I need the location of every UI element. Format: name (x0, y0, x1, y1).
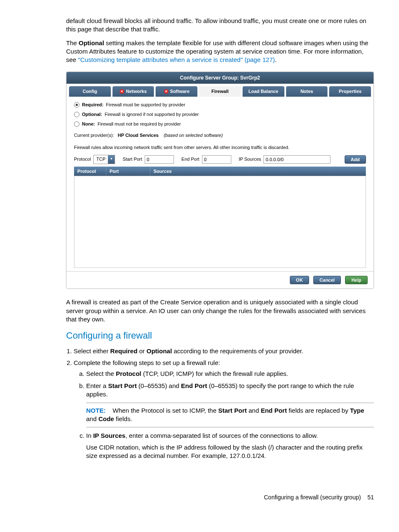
tab-label: Load Balance (248, 88, 279, 95)
rules-explanation: Firewall rules allow incoming network tr… (74, 144, 366, 151)
end-port-input[interactable] (202, 155, 231, 164)
protocol-select-value: TCP (94, 156, 108, 162)
cancel-button[interactable]: Cancel (313, 276, 341, 284)
text: fields are replaced by (287, 407, 350, 414)
text-bold: Start Port (218, 407, 247, 414)
tab-label: Notes (300, 88, 313, 95)
grid-header-protocol[interactable]: Protocol (74, 167, 106, 176)
radio-desc: Firewall must not be required by provide… (97, 121, 181, 127)
tab-software[interactable]: ✕Software (156, 86, 197, 97)
note-label: NOTE: (86, 407, 106, 414)
text: Complete the following steps to set up a… (74, 359, 220, 366)
rules-grid-body (74, 176, 366, 268)
substep-a: Select the Protocol (TCP, UDP, ICMP) for… (86, 370, 374, 378)
add-button[interactable]: Add (345, 155, 366, 164)
text-bold: IP Sources (93, 432, 125, 439)
start-port-input[interactable] (145, 155, 174, 164)
chevron-down-icon: ▼ (108, 155, 115, 164)
grid-header-port[interactable]: Port (106, 167, 150, 176)
provider-line: Current provider(s): HP Cloud Services (… (74, 132, 366, 139)
footer-page-number: 51 (367, 494, 374, 501)
text: Select either (74, 347, 110, 355)
substep-c-paragraph: Use CIDR notation, which is the IP addre… (86, 443, 374, 460)
crossref-link[interactable]: "Customizing template attributes when a … (78, 56, 275, 63)
radio-desc: Firewall is ignored if not supported by … (105, 111, 199, 118)
substep-c: In IP Sources, enter a comma-separated l… (86, 432, 374, 460)
radio-row-required: Required: Firewall must be supported by … (74, 102, 366, 108)
text: The (66, 39, 79, 46)
text-bold: Type (350, 407, 364, 414)
radio-required[interactable] (74, 102, 79, 108)
provider-label: Current provider(s): (74, 133, 114, 138)
end-port-label: End Port (182, 156, 200, 162)
protocol-select[interactable]: TCP ▼ (93, 155, 115, 164)
protocol-label: Protocol (74, 156, 91, 162)
substeps-list: Select the Protocol (TCP, UDP, ICMP) for… (74, 370, 374, 460)
page-footer: Configuring a firewall (security group) … (66, 493, 374, 501)
grid-header-sources[interactable]: Sources (150, 167, 366, 176)
tab-networks[interactable]: ✕Networks (113, 86, 154, 97)
text-bold: Code (98, 415, 114, 422)
footer-text: Configuring a firewall (security group) (264, 494, 361, 501)
text: When the Protocol is set to ICMP, the (113, 407, 218, 414)
intro-paragraph-2: The Optional setting makes the template … (66, 39, 374, 64)
text: Select the (86, 370, 116, 377)
tab-firewall[interactable]: Firewall (199, 86, 241, 97)
text-bold: End Port (261, 407, 287, 414)
radio-none[interactable] (74, 121, 79, 127)
ip-sources-label: IP Sources (239, 156, 261, 162)
provider-hint: (based on selected software) (164, 133, 223, 138)
provider-value: HP Cloud Services (118, 133, 159, 138)
text: (TCP, UDP, ICMP) for which the firewall … (141, 370, 288, 377)
text-bold: Optional (79, 39, 104, 46)
tab-load-balance[interactable]: Load Balance (243, 86, 284, 97)
step-1: Select either Required or Optional accor… (74, 347, 374, 355)
radio-label: Optional: (82, 111, 102, 118)
text: Enter a (86, 382, 108, 389)
radio-row-optional: Optional: Firewall is ignored if not sup… (74, 111, 366, 118)
text: or (138, 347, 147, 355)
radio-label: None: (82, 121, 95, 127)
dialog-footer: OK Cancel Help (66, 271, 373, 288)
text: In (86, 432, 93, 439)
text-bold: Required (110, 347, 138, 355)
text-bold: Optional (146, 347, 172, 355)
tab-notes[interactable]: Notes (286, 86, 328, 97)
text: and (247, 407, 261, 414)
intro-paragraph-1: default cloud firewall blocks all inboun… (66, 17, 374, 34)
ok-button[interactable]: OK (290, 276, 309, 284)
text-bold: End Port (181, 382, 207, 389)
tab-config[interactable]: Config (69, 86, 111, 97)
tab-label: Properties (339, 88, 361, 95)
radio-label: Required: (82, 102, 103, 108)
after-dialog-paragraph: A firewall is created as part of the Cre… (66, 298, 374, 324)
radio-desc: Firewall must be supported by provider (106, 102, 185, 108)
help-button[interactable]: Help (345, 276, 368, 284)
rule-form-row: Protocol TCP ▼ Start Port End Port IP So… (74, 155, 366, 164)
error-icon: ✕ (164, 89, 169, 94)
text: fields. (114, 415, 132, 422)
substep-b: Enter a Start Port (0–65535) and End Por… (86, 382, 374, 427)
step-2: Complete the following steps to set up a… (74, 359, 374, 460)
ip-sources-input[interactable] (263, 155, 330, 164)
text-bold: Protocol (116, 370, 141, 377)
dialog-titlebar: Configure Server Group: SvrGrp2 (66, 72, 373, 84)
tab-label: Firewall (212, 88, 229, 95)
steps-list: Select either Required or Optional accor… (66, 347, 374, 460)
text: and (86, 415, 98, 422)
tab-row: Config ✕Networks ✕Software Firewall Load… (66, 84, 373, 97)
start-port-label: Start Port (123, 156, 142, 162)
tab-properties[interactable]: Properties (329, 86, 371, 97)
text: according to the requirements of your pr… (172, 347, 303, 355)
radio-row-none: None: Firewall must not be required by p… (74, 121, 366, 127)
text-bold: Start Port (108, 382, 137, 389)
text: , enter a comma-separated list of source… (125, 432, 318, 439)
section-title-configuring-firewall: Configuring a firewall (66, 329, 374, 342)
configure-server-group-dialog: Configure Server Group: SvrGrp2 Config ✕… (66, 72, 374, 289)
error-icon: ✕ (120, 89, 124, 94)
radio-optional[interactable] (74, 112, 79, 117)
text: (0–65535) and (137, 382, 181, 389)
note-box: NOTE: When the Protocol is set to ICMP, … (86, 403, 374, 427)
text: . (275, 56, 276, 63)
tab-label: Config (82, 88, 97, 95)
